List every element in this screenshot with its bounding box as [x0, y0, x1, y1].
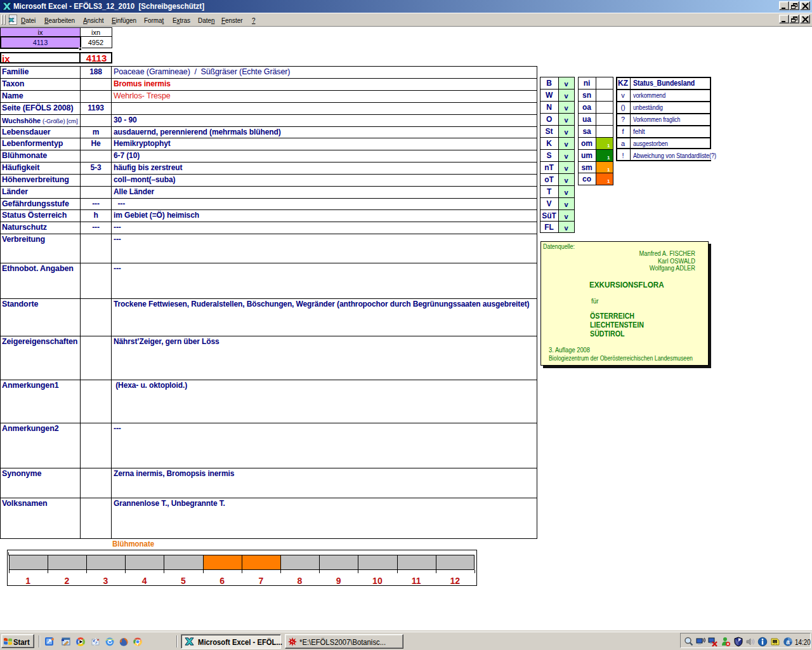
svg-text:a: a	[786, 639, 790, 646]
